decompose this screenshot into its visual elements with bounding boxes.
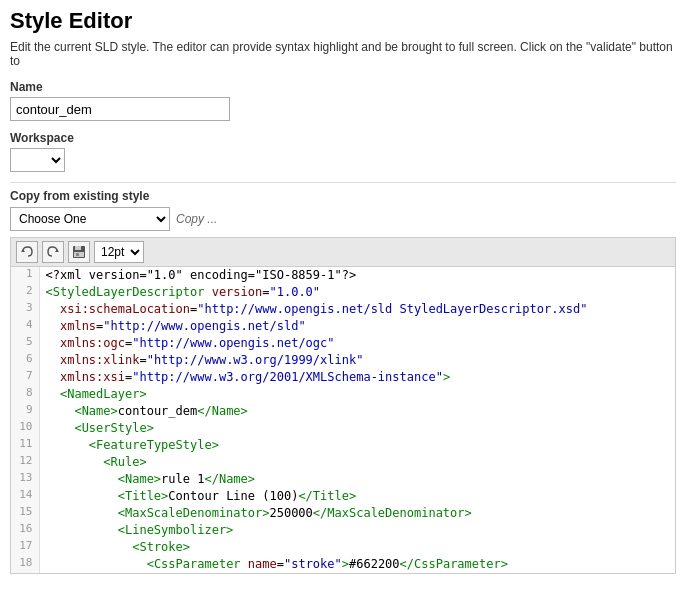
- table-row: 1 <?xml version="1.0" encoding="ISO-8859…: [11, 267, 675, 284]
- copy-link[interactable]: Copy ...: [176, 212, 217, 226]
- code-line: <Rule>: [39, 454, 675, 471]
- line-num: 6: [11, 352, 39, 369]
- code-line: <StyledLayerDescriptor version="1.0.0": [39, 284, 675, 301]
- line-num: 12: [11, 454, 39, 471]
- table-row: 15 <MaxScaleDenominator>250000</MaxScale…: [11, 505, 675, 522]
- name-input[interactable]: [10, 97, 230, 121]
- code-line: <Title>Contour Line (100)</Title>: [39, 488, 675, 505]
- table-row: 9 <Name>contour_dem</Name>: [11, 403, 675, 420]
- code-table: 1 <?xml version="1.0" encoding="ISO-8859…: [11, 267, 675, 573]
- line-num: 3: [11, 301, 39, 318]
- code-line: <FeatureTypeStyle>: [39, 437, 675, 454]
- divider: [10, 182, 676, 183]
- code-line: <Name>rule 1</Name>: [39, 471, 675, 488]
- table-row: 13 <Name>rule 1</Name>: [11, 471, 675, 488]
- line-num: 1: [11, 267, 39, 284]
- line-num: 15: [11, 505, 39, 522]
- table-row: 8 <NamedLayer>: [11, 386, 675, 403]
- code-line: <UserStyle>: [39, 420, 675, 437]
- page-title: Style Editor: [10, 8, 676, 34]
- table-row: 7 xmlns:xsi="http://www.w3.org/2001/XMLS…: [11, 369, 675, 386]
- table-row: 3 xsi:schemaLocation="http://www.opengis…: [11, 301, 675, 318]
- save-button[interactable]: [68, 241, 90, 263]
- svg-rect-3: [76, 253, 79, 256]
- table-row: 6 xmlns:xlink="http://www.w3.org/1999/xl…: [11, 352, 675, 369]
- code-line: xmlns:xsi="http://www.w3.org/2001/XMLSch…: [39, 369, 675, 386]
- redo-button[interactable]: [42, 241, 64, 263]
- undo-icon: [20, 245, 34, 259]
- line-num: 2: [11, 284, 39, 301]
- table-row: 17 <Stroke>: [11, 539, 675, 556]
- line-num: 11: [11, 437, 39, 454]
- undo-button[interactable]: [16, 241, 38, 263]
- line-num: 4: [11, 318, 39, 335]
- table-row: 14 <Title>Contour Line (100)</Title>: [11, 488, 675, 505]
- font-size-select[interactable]: 10pt 12pt 14pt 16pt: [94, 241, 144, 263]
- table-row: 4 xmlns="http://www.opengis.net/sld": [11, 318, 675, 335]
- workspace-select[interactable]: [10, 148, 65, 172]
- code-line: xsi:schemaLocation="http://www.opengis.n…: [39, 301, 675, 318]
- choose-one-select[interactable]: Choose One: [10, 207, 170, 231]
- line-num: 10: [11, 420, 39, 437]
- table-row: 5 xmlns:ogc="http://www.opengis.net/ogc": [11, 335, 675, 352]
- code-line: <Name>contour_dem</Name>: [39, 403, 675, 420]
- line-num: 8: [11, 386, 39, 403]
- code-line: <?xml version="1.0" encoding="ISO-8859-1…: [39, 267, 675, 284]
- table-row: 18 <CssParameter name="stroke">#662200</…: [11, 556, 675, 573]
- code-line: xmlns:xlink="http://www.w3.org/1999/xlin…: [39, 352, 675, 369]
- code-editor[interactable]: 1 <?xml version="1.0" encoding="ISO-8859…: [10, 266, 676, 574]
- copy-label: Copy from existing style: [10, 189, 676, 203]
- code-line: <Stroke>: [39, 539, 675, 556]
- name-label: Name: [10, 80, 676, 94]
- code-line: <LineSymbolizer>: [39, 522, 675, 539]
- code-line: <NamedLayer>: [39, 386, 675, 403]
- line-num: 5: [11, 335, 39, 352]
- line-num: 16: [11, 522, 39, 539]
- line-num: 17: [11, 539, 39, 556]
- line-num: 7: [11, 369, 39, 386]
- line-num: 9: [11, 403, 39, 420]
- redo-icon: [46, 245, 60, 259]
- table-row: 16 <LineSymbolizer>: [11, 522, 675, 539]
- svg-rect-1: [75, 246, 81, 250]
- table-row: 2 <StyledLayerDescriptor version="1.0.0": [11, 284, 675, 301]
- editor-toolbar: 10pt 12pt 14pt 16pt: [10, 237, 676, 266]
- table-row: 12 <Rule>: [11, 454, 675, 471]
- line-num: 14: [11, 488, 39, 505]
- line-num: 13: [11, 471, 39, 488]
- code-line: <CssParameter name="stroke">#662200</Css…: [39, 556, 675, 573]
- save-icon: [72, 245, 86, 259]
- code-line: xmlns:ogc="http://www.opengis.net/ogc": [39, 335, 675, 352]
- code-line: xmlns="http://www.opengis.net/sld": [39, 318, 675, 335]
- line-num: 18: [11, 556, 39, 573]
- code-line: <MaxScaleDenominator>250000</MaxScaleDen…: [39, 505, 675, 522]
- workspace-label: Workspace: [10, 131, 676, 145]
- table-row: 10 <UserStyle>: [11, 420, 675, 437]
- page-description: Edit the current SLD style. The editor c…: [10, 40, 676, 68]
- table-row: 11 <FeatureTypeStyle>: [11, 437, 675, 454]
